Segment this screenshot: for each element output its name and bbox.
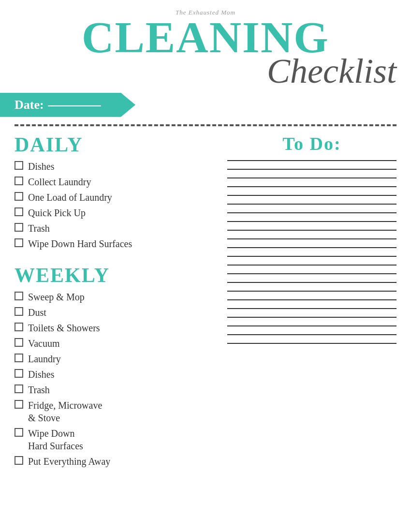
title-row: Cleaning xyxy=(0,17,411,58)
header: The Exhausted Mom Cleaning Checklist xyxy=(0,0,411,89)
todo-line[interactable] xyxy=(227,238,396,239)
item-label: Sweep & Mop xyxy=(28,291,85,303)
todo-line[interactable] xyxy=(227,343,396,344)
list-item: Dishes xyxy=(15,368,208,381)
list-item: Laundry xyxy=(15,353,208,365)
checkbox[interactable] xyxy=(15,177,23,185)
list-item: Dust xyxy=(15,306,208,319)
checkbox[interactable] xyxy=(15,338,23,347)
list-item: Collect Laundry xyxy=(15,176,208,188)
checkbox[interactable] xyxy=(15,223,23,232)
item-label: Trash xyxy=(28,384,50,396)
left-column: Daily Dishes Collect Laundry One Load of… xyxy=(15,131,218,471)
checkbox[interactable] xyxy=(15,369,23,378)
todo-line[interactable] xyxy=(227,273,396,274)
list-item: Quick Pick Up xyxy=(15,207,208,219)
todo-line[interactable] xyxy=(227,195,396,196)
todo-line[interactable] xyxy=(227,282,396,283)
list-item: One Load of Laundry xyxy=(15,191,208,204)
item-label: Vacuum xyxy=(28,337,60,350)
list-item: Sweep & Mop xyxy=(15,291,208,303)
list-item: Wipe DownHard Surfaces xyxy=(15,427,208,452)
item-label: Laundry xyxy=(28,353,61,365)
list-item: Trash xyxy=(15,222,208,235)
date-line[interactable] xyxy=(48,105,101,106)
todo-line[interactable] xyxy=(227,291,396,292)
todo-line[interactable] xyxy=(227,177,396,178)
cleaning-title: Cleaning xyxy=(82,17,329,58)
todo-line[interactable] xyxy=(227,221,396,222)
list-item: Dishes xyxy=(15,160,208,173)
date-banner-wrapper: Date: xyxy=(0,92,411,118)
todo-line[interactable] xyxy=(227,247,396,248)
item-label: Collect Laundry xyxy=(28,176,91,188)
checkbox[interactable] xyxy=(15,384,23,393)
list-item: Fridge, Microwave& Stove xyxy=(15,399,208,424)
todo-line[interactable] xyxy=(227,204,396,205)
todo-line[interactable] xyxy=(227,212,396,213)
item-label: Toilets & Showers xyxy=(28,322,100,334)
list-item: Put Everything Away xyxy=(15,455,208,468)
checkbox[interactable] xyxy=(15,354,23,362)
checkbox[interactable] xyxy=(15,292,23,300)
todo-line[interactable] xyxy=(227,169,396,170)
checkbox[interactable] xyxy=(15,456,23,465)
checkbox[interactable] xyxy=(15,207,23,216)
item-label: Dishes xyxy=(28,160,54,173)
item-label: Quick Pick Up xyxy=(28,207,86,219)
todo-line[interactable] xyxy=(227,256,396,257)
todo-line[interactable] xyxy=(227,265,396,266)
todo-line[interactable] xyxy=(227,334,396,335)
list-item: Vacuum xyxy=(15,337,208,350)
todo-line[interactable] xyxy=(227,160,396,161)
date-banner: Date: xyxy=(0,93,135,117)
item-label: Fridge, Microwave& Stove xyxy=(28,399,102,424)
item-label: Dust xyxy=(28,306,46,319)
checkbox[interactable] xyxy=(15,161,23,170)
item-label: Trash xyxy=(28,222,50,235)
item-label: Wipe DownHard Surfaces xyxy=(28,427,83,452)
todo-line[interactable] xyxy=(227,308,396,309)
daily-heading: Daily xyxy=(15,133,208,156)
checkbox[interactable] xyxy=(15,307,23,316)
checkbox[interactable] xyxy=(15,428,23,437)
list-item: Wipe Down Hard Surfaces xyxy=(15,237,208,250)
checkbox[interactable] xyxy=(15,400,23,409)
checkbox[interactable] xyxy=(15,323,23,331)
list-item: Toilets & Showers xyxy=(15,322,208,334)
date-label: Date: xyxy=(15,98,44,112)
right-column: To Do: xyxy=(218,131,396,471)
item-label: Wipe Down Hard Surfaces xyxy=(28,237,132,250)
todo-line[interactable] xyxy=(227,299,396,300)
checkbox[interactable] xyxy=(15,192,23,201)
columns: Daily Dishes Collect Laundry One Load of… xyxy=(0,126,411,471)
page: The Exhausted Mom Cleaning Checklist Dat… xyxy=(0,0,411,532)
todo-heading: To Do: xyxy=(227,133,396,154)
todo-line[interactable] xyxy=(227,230,396,231)
item-label: Put Everything Away xyxy=(28,455,110,468)
list-item: Trash xyxy=(15,384,208,396)
weekly-heading: Weekly xyxy=(15,264,208,287)
todo-line[interactable] xyxy=(227,186,396,187)
item-label: One Load of Laundry xyxy=(28,191,112,204)
item-label: Dishes xyxy=(28,368,54,381)
todo-line[interactable] xyxy=(227,325,396,326)
todo-line[interactable] xyxy=(227,317,396,318)
checkbox[interactable] xyxy=(15,238,23,247)
